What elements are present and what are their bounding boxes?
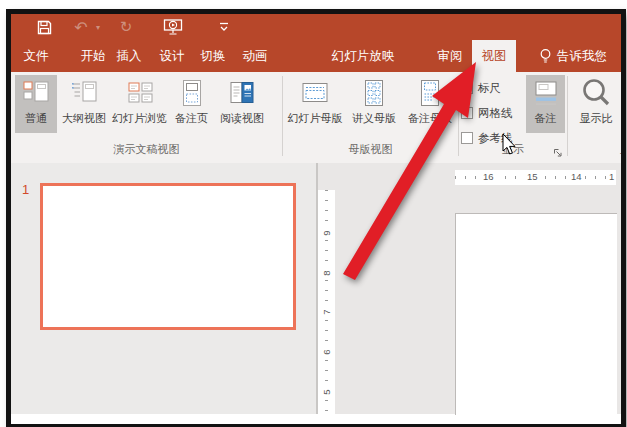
start-slideshow-button[interactable] [161,16,185,38]
slide-master-label: 幻灯片母版 [288,111,343,126]
tab-view-selected[interactable]: 视图 [472,40,516,72]
vruler-tick-label: 5 [321,386,333,398]
reading-view-icon [227,75,257,111]
title-bar: ↶ ▾ ↻ [11,14,621,40]
vertical-ruler: 9 8 7 6 5 [318,190,335,414]
ruler-checkbox-label: 标尺 [478,81,501,96]
slide-sorter-label: 幻灯片浏览 [112,111,167,126]
save-icon [36,19,53,36]
lightbulb-icon [539,48,552,65]
notes-label: 备注 [535,111,557,126]
notes-master-icon [415,75,445,111]
group-label-show: 显示 [459,142,567,157]
normal-view-label: 普通 [25,111,47,126]
vruler-tick-label: 7 [321,306,333,318]
notes-page-label: 备注页 [175,111,208,126]
group-master-views: 幻灯片母版 讲义母版 [283,72,458,162]
slide-number: 1 [22,182,29,197]
slide-master-icon [300,75,330,111]
group-show: ✓ 标尺 网格线 参考线 备注 [459,72,567,162]
zoom-button-label: 显示比 [580,111,613,126]
ruler-checkbox-row[interactable]: ✓ 标尺 [461,78,501,98]
group-label-master-views: 母版视图 [283,142,458,157]
outline-view-button[interactable]: 大纲视图 [58,75,110,133]
tell-me-label: 告诉我您 [557,40,607,72]
slide-thumbnail-panel: 1 [11,163,316,414]
hruler-tick-label: 15 [525,171,540,182]
normal-view-button[interactable]: 普通 [15,75,57,133]
notes-master-button[interactable]: 备注母版 [403,75,457,133]
more-commands-icon [217,21,231,33]
magnifier-icon [580,75,612,111]
slide-sorter-button[interactable]: 幻灯片浏览 [111,75,168,133]
horizontal-ruler: 16 15 14 1 [455,170,616,185]
powerpoint-window: ↶ ▾ ↻ 文件 开始 插入 设计 切换 动画 幻灯片放映 审 [6,9,626,427]
notes-button[interactable]: 备注 [526,75,565,133]
reading-view-label: 阅读视图 [220,111,264,126]
tell-me-box[interactable]: 告诉我您 [539,40,607,72]
tab-animations[interactable]: 动画 [230,40,280,72]
ruler-checkbox[interactable]: ✓ [461,82,473,94]
group-label-presentation-views: 演示文稿视图 [11,142,282,157]
tab-slideshow[interactable]: 幻灯片放映 [311,40,415,72]
redo-icon: ↻ [120,18,133,36]
notes-page-icon [177,75,207,111]
gridlines-checkbox[interactable] [461,107,473,119]
work-area: 1 16 15 14 1 9 8 7 6 5 [11,163,621,414]
notes-master-label: 备注母版 [408,111,452,126]
ribbon-tab-bar: 文件 开始 插入 设计 切换 动画 幻灯片放映 审阅 视图 告诉我您 [11,40,621,72]
notes-page-button[interactable]: 备注页 [169,75,214,133]
gridlines-checkbox-row[interactable]: 网格线 [461,103,513,123]
normal-view-icon [21,75,51,111]
slide-canvas[interactable] [455,213,617,415]
outline-view-label: 大纲视图 [62,111,106,126]
handout-master-button[interactable]: 讲义母版 [347,75,401,133]
undo-icon: ↶ [74,18,87,37]
slide-sorter-icon [125,75,155,111]
redo-button[interactable]: ↻ [114,16,138,38]
ribbon: 普通 大纲视图 [11,72,621,164]
vruler-tick-label: 8 [321,267,333,279]
outline-view-icon [69,75,99,111]
slideshow-icon [163,18,183,36]
slide-master-button[interactable]: 幻灯片母版 [285,75,345,133]
save-button[interactable] [32,16,56,38]
handout-master-label: 讲义母版 [352,111,396,126]
group-zoom: 显示比 显 [568,72,621,162]
hruler-tick-label: 1 [607,171,616,182]
vruler-tick-label: 6 [321,346,333,358]
hruler-tick-label: 16 [481,171,496,182]
zoom-button[interactable]: 显示比 [570,75,621,133]
group-label-zoom: 显 [620,142,621,157]
hruler-tick-label: 14 [569,171,584,182]
reading-view-button[interactable]: 阅读视图 [215,75,269,133]
tab-review[interactable]: 审阅 [425,40,475,72]
show-dialog-launcher-icon[interactable] [552,144,563,155]
group-presentation-views: 普通 大纲视图 [11,72,282,162]
handout-master-icon [359,75,389,111]
customize-qat-button[interactable] [212,16,236,38]
tab-file[interactable]: 文件 [11,40,61,72]
slide-thumbnail-selected[interactable] [40,183,296,330]
undo-dropdown[interactable]: ▾ [93,16,103,38]
notes-icon [531,75,561,111]
vruler-tick-label: 9 [321,227,333,239]
undo-button[interactable]: ↶ [69,16,93,38]
gridlines-checkbox-label: 网格线 [478,106,513,121]
